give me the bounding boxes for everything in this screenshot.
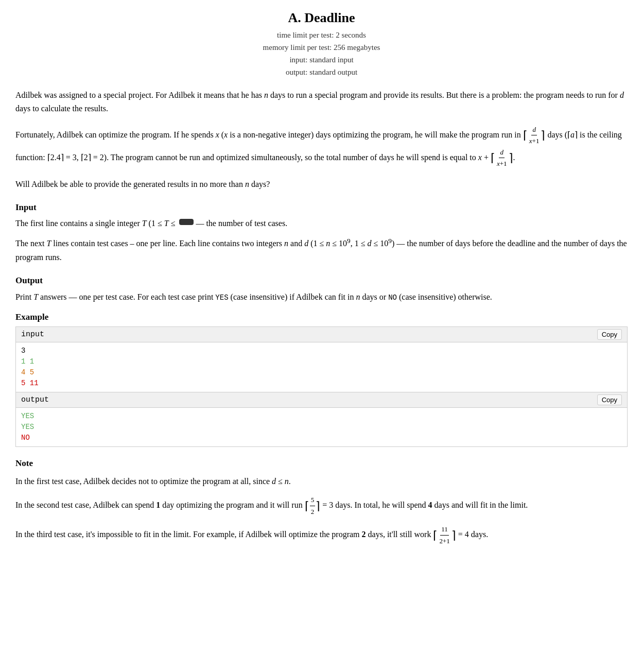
frac-d-x2: d x+1 (496, 147, 508, 169)
ceil-frac-1: ⌈ d x+1 ⌉ (523, 124, 546, 147)
input-block: input Copy 3 1 1 4 5 5 11 (15, 326, 628, 392)
left-ceil-2: ⌈ (491, 152, 495, 164)
output-line-2: YES (21, 422, 622, 433)
frac-denominator-x1: x+1 (528, 135, 541, 146)
tooltip-container (177, 217, 194, 230)
will-p1: Will Adilbek be able to provide the gene… (15, 178, 628, 191)
intro-text-3: days to calculate the results. (15, 104, 108, 113)
example-heading: Example (15, 312, 628, 322)
copy-output-button[interactable]: Copy (597, 394, 622, 405)
input-header: input Copy (16, 327, 627, 342)
ceil-frac-2: ⌈ d x+1 ⌉ (491, 147, 513, 169)
frac-2: 2 (310, 506, 316, 518)
input-content: 3 1 1 4 5 5 11 (16, 342, 627, 392)
frac-5-2: 5 2 (310, 494, 316, 518)
note-p2: In the second test case, Adilbek can spe… (15, 494, 628, 518)
var-n-2: n (245, 180, 249, 188)
input-line-2: 1 1 (21, 356, 622, 367)
left-ceil-1: ⌈ (523, 130, 528, 141)
output-p1: Print T answers — one per test case. For… (15, 290, 628, 304)
optimization-paragraph: Fortunately, Adilbek can optimize the pr… (15, 124, 628, 169)
right-ceil-1: ⌉ (541, 130, 545, 141)
input-label: input (21, 330, 44, 339)
copy-input-button[interactable]: Copy (597, 329, 622, 340)
page-title: A. Deadline (15, 10, 628, 26)
input-section: Input The first line contains a single i… (15, 200, 628, 265)
frac-11-3: 11 2+1 (438, 524, 450, 547)
frac-d-x1: d x+1 (528, 124, 541, 147)
note-heading: Note (15, 456, 628, 471)
output-section: Output Print T answers — one per test ca… (15, 273, 628, 303)
memory-limit: memory limit per test: 256 megabytes (15, 41, 628, 54)
output-line-1: YES (21, 411, 622, 422)
intro-p1: Adilbek was assigned to a special projec… (15, 89, 628, 116)
ceil-frac-note3: ⌈ 11 2+1 ⌉ (433, 524, 456, 547)
right-ceil-2: ⌉ (509, 152, 513, 164)
frac-11: 11 (440, 524, 449, 536)
output-line-3: NO (21, 433, 622, 443)
output-label: output (21, 395, 49, 404)
left-ceil-n2: ⌈ (305, 501, 309, 512)
input-p2: The next T lines contain test cases – on… (15, 235, 628, 264)
frac-5: 5 (310, 494, 316, 506)
left-ceil-n3: ⌈ (433, 530, 438, 541)
intro-text-2: days to run a special program and provid… (270, 91, 618, 99)
input-heading: Input (15, 200, 628, 215)
input-p1: The first line contains a single integer… (15, 217, 628, 230)
opt-p1: Fortunately, Adilbek can optimize the pr… (15, 124, 628, 169)
output-type: output: standard output (15, 66, 628, 78)
ceil-frac-note2: ⌈ 5 2 ⌉ (305, 494, 321, 518)
right-ceil-n2: ⌉ (316, 501, 320, 512)
frac-denominator-x2: x+1 (496, 158, 508, 169)
note-section: Note In the first test case, Adilbek dec… (15, 456, 628, 547)
yes-code: YES (215, 294, 228, 302)
frac-2plus1: 2+1 (438, 536, 450, 547)
note-p1: In the first test case, Adilbek decides … (15, 474, 628, 488)
input-line-1: 3 (21, 346, 622, 356)
intro-text-1: Adilbek was assigned to a special projec… (15, 91, 262, 99)
tooltip-text (179, 219, 194, 225)
input-line-4: 5 11 (21, 378, 622, 389)
title-section: A. Deadline time limit per test: 2 secon… (15, 10, 628, 78)
intro-paragraph: Adilbek was assigned to a special projec… (15, 89, 628, 116)
note-p3: In the third test case, it's impossible … (15, 524, 628, 547)
var-n-1: n (264, 91, 268, 99)
output-header: output Copy (16, 392, 627, 408)
will-paragraph: Will Adilbek be able to provide the gene… (15, 178, 628, 191)
output-block: output Copy YES YES NO (15, 392, 628, 447)
input-type: input: standard input (15, 54, 628, 66)
right-ceil-n3: ⌉ (451, 530, 456, 541)
frac-numerator-d2: d (499, 147, 505, 158)
frac-numerator-d: d (531, 124, 537, 135)
input-line-3: 4 5 (21, 367, 622, 378)
time-limit: time limit per test: 2 seconds (15, 29, 628, 41)
output-content: YES YES NO (16, 408, 627, 446)
output-heading: Output (15, 273, 628, 288)
no-code: NO (388, 294, 397, 302)
example-section: Example input Copy 3 1 1 4 5 5 11 output… (15, 312, 628, 447)
var-d-1: d (620, 91, 624, 99)
